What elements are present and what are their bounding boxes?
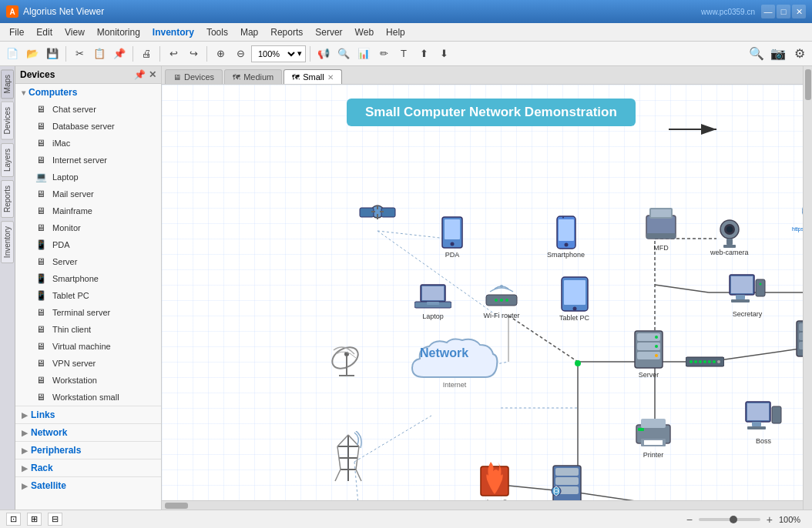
- vertical-scrollbar[interactable]: [803, 66, 812, 510]
- node-network-cloud[interactable]: Network Internet: [404, 331, 505, 389]
- device-workstation-small[interactable]: 🖥 Workstation small: [15, 389, 161, 406]
- node-cell-tower[interactable]: [331, 431, 365, 485]
- category-rack[interactable]: ▶ Rack: [15, 459, 161, 476]
- zoom-minus-button[interactable]: −: [686, 513, 693, 526]
- text-button[interactable]: T: [394, 45, 413, 63]
- category-network[interactable]: ▶ Network: [15, 423, 161, 441]
- node-tablet-pc[interactable]: Tablet PC: [559, 276, 589, 322]
- zoom-plus-button[interactable]: +: [767, 513, 773, 526]
- undo-button[interactable]: ↩: [164, 45, 183, 63]
- fit-page-button[interactable]: ⊡: [6, 513, 21, 526]
- zoom-in-button[interactable]: ⊕: [211, 45, 230, 63]
- node-switch-server[interactable]: [686, 356, 724, 370]
- camera-button[interactable]: 📷: [769, 45, 787, 63]
- device-database-server[interactable]: 🖥 Database server: [15, 118, 161, 135]
- upload-button[interactable]: ⬆: [414, 45, 433, 63]
- device-terminal-server[interactable]: 🖥 Terminal server: [15, 304, 161, 321]
- edit-button[interactable]: ✏: [374, 45, 393, 63]
- zoom-out-button[interactable]: ⊖: [231, 45, 250, 63]
- category-satellite[interactable]: ▶ Satellite: [15, 476, 161, 494]
- maximize-button[interactable]: □: [777, 5, 790, 18]
- device-pda[interactable]: 📱 PDA: [15, 236, 161, 253]
- redo-button[interactable]: ↪: [184, 45, 203, 63]
- side-tab-maps[interactable]: Maps: [1, 69, 14, 99]
- tab-devices[interactable]: 🖥 Devices: [165, 69, 223, 84]
- download-button[interactable]: ⬇: [435, 45, 453, 63]
- device-vpn-server[interactable]: 🖥 VPN server: [15, 355, 161, 372]
- settings-button[interactable]: ⚙: [790, 45, 809, 63]
- print-button[interactable]: 🖨: [137, 45, 156, 63]
- paste-button[interactable]: 📌: [110, 45, 129, 63]
- save-button[interactable]: 💾: [43, 45, 62, 63]
- panel-pin-button[interactable]: 📌: [134, 69, 146, 80]
- device-monitor[interactable]: 🖥 Monitor: [15, 219, 161, 236]
- node-firewall[interactable]: Firewall: [479, 460, 510, 506]
- device-imac[interactable]: 🖥 iMac: [15, 135, 161, 152]
- copy-button[interactable]: 📋: [90, 45, 109, 63]
- menu-help[interactable]: Help: [380, 25, 411, 39]
- cut-button[interactable]: ✂: [70, 45, 89, 63]
- h-scroll-thumb[interactable]: [165, 503, 188, 509]
- device-chat-server[interactable]: 🖥 Chat server: [15, 101, 161, 118]
- zoom-select[interactable]: 100% 50% 75% 125% 150% 200%: [255, 48, 297, 59]
- device-mail-server[interactable]: 🖥 Mail server: [15, 185, 161, 202]
- menu-inventory[interactable]: Inventory: [146, 25, 200, 39]
- canvas-content[interactable]: Small Computer Network Demonstration: [162, 85, 803, 510]
- menu-map[interactable]: Map: [234, 25, 264, 39]
- menu-server[interactable]: Server: [309, 25, 348, 39]
- node-laptop[interactable]: Laptop: [414, 283, 451, 320]
- open-button[interactable]: 📂: [23, 45, 42, 63]
- menu-view[interactable]: View: [59, 25, 91, 39]
- menu-file[interactable]: File: [3, 25, 30, 39]
- node-boss[interactable]: Boss: [744, 400, 783, 445]
- node-printer[interactable]: Printer: [635, 416, 672, 459]
- node-mfd[interactable]: MFD: [643, 204, 679, 252]
- node-wifi-router[interactable]: Wi-Fi router: [482, 281, 521, 319]
- v-scroll-thumb[interactable]: [805, 69, 811, 100]
- device-workstation[interactable]: 🖥 Workstation: [15, 372, 161, 389]
- scan-button[interactable]: 🔍: [334, 45, 353, 63]
- side-tab-reports[interactable]: Reports: [1, 180, 14, 218]
- side-tab-layers[interactable]: Layers: [1, 143, 14, 177]
- device-laptop[interactable]: 💻 Laptop: [15, 169, 161, 185]
- panel-scroll[interactable]: ▾ Computers 🖥 Chat server 🖥 Database ser…: [15, 84, 161, 510]
- panel-close-button[interactable]: ✕: [149, 69, 156, 80]
- node-satellite[interactable]: [358, 192, 397, 231]
- fit-width-button[interactable]: ⊟: [48, 513, 62, 526]
- menu-web[interactable]: Web: [349, 25, 380, 39]
- tab-medium[interactable]: 🗺 Medium: [224, 69, 282, 84]
- close-button[interactable]: ✕: [792, 5, 806, 18]
- device-mainframe[interactable]: 🖥 Mainframe: [15, 202, 161, 219]
- menu-tools[interactable]: Tools: [200, 25, 234, 39]
- device-internet-server[interactable]: 🖥 Internet server: [15, 152, 161, 169]
- node-web-camera[interactable]: web-camera: [710, 219, 749, 256]
- side-tab-devices[interactable]: Devices: [1, 102, 14, 140]
- node-algorius-https[interactable]: https://algorius.com: [792, 196, 803, 232]
- device-virtual-machine[interactable]: 🖥 Virtual machine: [15, 338, 161, 355]
- category-computers[interactable]: ▾ Computers: [15, 84, 161, 101]
- category-links[interactable]: ▶ Links: [15, 406, 161, 423]
- monitor-button[interactable]: 📊: [354, 45, 373, 63]
- search-button[interactable]: 🔍: [747, 45, 766, 63]
- node-satellite-dish[interactable]: [330, 339, 368, 381]
- menu-monitoring[interactable]: Monitoring: [91, 25, 146, 39]
- category-peripherals[interactable]: ▶ Peripherals: [15, 441, 161, 459]
- menu-edit[interactable]: Edit: [30, 25, 59, 39]
- side-tab-inventory[interactable]: Inventory: [1, 221, 14, 263]
- actual-size-button[interactable]: ⊞: [27, 513, 42, 526]
- horizontal-scrollbar[interactable]: [162, 500, 803, 510]
- tab-small[interactable]: 🗺 Small ✕: [284, 69, 342, 84]
- node-server[interactable]: Server: [632, 329, 666, 379]
- tab-small-close[interactable]: ✕: [327, 73, 334, 82]
- new-button[interactable]: 📄: [3, 45, 22, 63]
- minimize-button[interactable]: —: [761, 5, 775, 18]
- zoom-track[interactable]: [699, 518, 760, 521]
- node-smartphone[interactable]: Smartphone: [547, 216, 585, 259]
- device-thin-client[interactable]: 🖥 Thin client: [15, 321, 161, 338]
- node-nas[interactable]: NAS: [794, 319, 803, 367]
- node-secretary[interactable]: Secretary: [728, 273, 767, 318]
- node-pda[interactable]: PDA: [441, 216, 464, 259]
- speaker-button[interactable]: 📢: [314, 45, 333, 63]
- device-smartphone[interactable]: 📱 Smartphone: [15, 270, 161, 287]
- device-tablet-pc[interactable]: 📱 Tablet PC: [15, 287, 161, 304]
